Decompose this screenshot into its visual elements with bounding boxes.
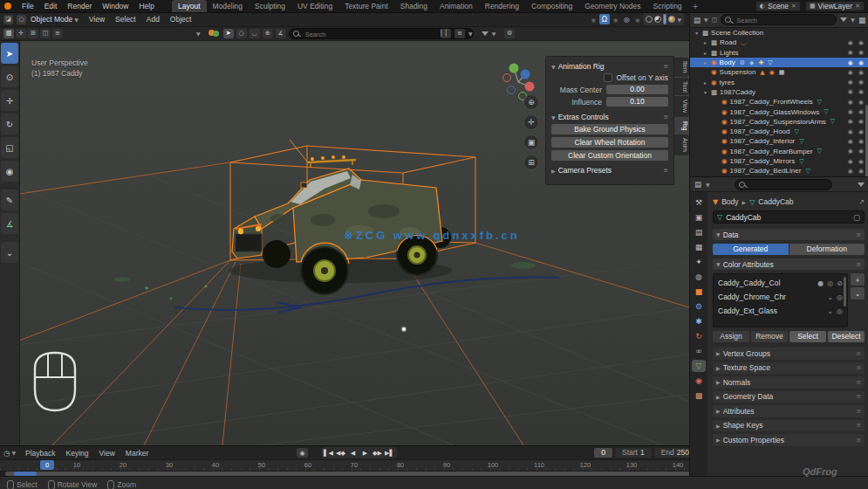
move-tool[interactable]: ✛: [1, 90, 18, 111]
tweak-tool-icon[interactable]: ➤: [223, 29, 234, 38]
split-view-icon[interactable]: ▏▏: [441, 29, 451, 38]
render-toggle-icon[interactable]: ◉: [858, 99, 864, 106]
render-toggle-icon[interactable]: ◉: [858, 108, 864, 115]
hide-toggle-icon[interactable]: ◉: [848, 49, 853, 56]
influence-input[interactable]: 0.10: [606, 97, 668, 107]
object-data-tab-icon[interactable]: ▽: [692, 360, 706, 372]
outliner-row[interactable]: ◉ 1987_Caddy_SuspensionArms ▽ ◉◉: [690, 117, 868, 127]
hide-toggle-icon[interactable]: ◉: [848, 99, 853, 106]
chevron-down-icon[interactable]: ▼: [196, 31, 201, 37]
object-tab-icon[interactable]: ■: [692, 286, 706, 298]
render-toggle-icon[interactable]: ◉: [858, 128, 864, 135]
blender-logo-icon[interactable]: [4, 3, 11, 10]
measure-tool-icon[interactable]: ∡: [276, 29, 286, 38]
assign-button[interactable]: Assign: [713, 331, 749, 342]
display-mode-icon[interactable]: ◫: [712, 17, 718, 24]
hide-toggle-icon[interactable]: ◉: [848, 88, 853, 95]
hide-toggle-icon[interactable]: ◉: [848, 108, 853, 115]
solid-shading-icon[interactable]: [654, 16, 661, 23]
menu-playback[interactable]: Playback: [21, 449, 60, 458]
panel-grip-icon[interactable]: ≡: [663, 167, 668, 174]
timeline-ruler[interactable]: 0 10 20 30 40 50 60 70 80 90 100 110 120…: [0, 459, 748, 471]
outliner-row[interactable]: ▾ ▩ 1987Caddy ◉◉: [690, 87, 868, 97]
specials-menu-button[interactable]: ⌄: [851, 287, 865, 300]
prev-keyframe-button[interactable]: ◀◆: [335, 448, 346, 458]
offset-checkbox[interactable]: [604, 73, 612, 82]
select-button[interactable]: Select: [789, 331, 826, 342]
tab-shading[interactable]: Shading: [394, 0, 434, 12]
axis-z-neg-icon[interactable]: [508, 86, 516, 94]
panel-grip-icon[interactable]: ≡: [663, 63, 668, 70]
remove-button[interactable]: Remove: [751, 331, 788, 342]
render-toggle-icon[interactable]: ◉: [858, 138, 864, 145]
section-custom-properties[interactable]: ▶ Custom Properties ≡: [713, 434, 865, 446]
panel-grip-icon[interactable]: ≡: [663, 114, 668, 121]
render-toggle-icon[interactable]: ◉: [858, 168, 864, 175]
breadcrumb-object[interactable]: Body: [721, 197, 738, 206]
tab-item[interactable]: Item: [674, 58, 689, 77]
menu-marker[interactable]: Marker: [121, 449, 153, 458]
bake-physics-button[interactable]: Bake Ground Physics: [551, 124, 668, 134]
menu-file[interactable]: File: [17, 2, 39, 10]
render-toggle-icon[interactable]: ◉: [858, 49, 864, 56]
list-view-icon[interactable]: ≡: [455, 29, 465, 38]
tab-layout[interactable]: Layout: [172, 0, 207, 12]
transform-tool[interactable]: ◉: [1, 161, 18, 182]
shading-dropdown-icon[interactable]: ▼: [677, 17, 681, 23]
hide-toggle-icon[interactable]: ◉: [848, 158, 853, 165]
scale-tool[interactable]: ◱: [1, 137, 18, 158]
tab-compositing[interactable]: Compositing: [525, 0, 578, 12]
select-lasso-icon[interactable]: ◡: [249, 29, 260, 38]
outliner-row[interactable]: ◉ 1987_Caddy_BedLiner ▽ ◉◉: [690, 166, 868, 176]
unlink-scene-icon[interactable]: ✕: [791, 3, 796, 10]
menu-view[interactable]: View: [95, 449, 120, 458]
render-toggle-icon[interactable]: ◉: [858, 69, 864, 76]
list-item[interactable]: Caddy_Ext_Glass ⌄◎: [714, 304, 847, 318]
hide-toggle-icon[interactable]: ◉: [848, 59, 853, 66]
gizmo-toggle-icon[interactable]: ✛: [16, 29, 26, 38]
breadcrumb-data[interactable]: CaddyCab: [758, 197, 793, 206]
play-reverse-button[interactable]: ◀: [347, 448, 359, 458]
render-tab-icon[interactable]: ▣: [692, 211, 706, 224]
generated-toggle[interactable]: Generated: [713, 244, 789, 255]
menu-help[interactable]: Help: [133, 2, 159, 10]
snap-magnet-icon[interactable]: Ω: [599, 14, 610, 24]
outliner-row[interactable]: ▸ ◉ tyres ◉◉: [690, 77, 868, 86]
outliner-row[interactable]: ◉ Suspension ▲ ◉ ▦ ◉◉: [690, 67, 868, 77]
outliner-row[interactable]: ◉ 1987_Caddy_Interior ▽ ◉◉: [690, 136, 868, 146]
scene-selector[interactable]: ◐ Scene ✕: [755, 1, 801, 11]
clear-custom-orientation-button[interactable]: Clear Custom Orientation: [551, 150, 668, 161]
render-toggle-icon[interactable]: ◉: [858, 59, 864, 66]
outliner-row[interactable]: ▸ ▩ Road ◡ ◉◉: [690, 38, 868, 47]
start-frame-field[interactable]: Start1: [615, 448, 652, 458]
render-icon[interactable]: ◎: [837, 307, 843, 315]
outliner-row[interactable]: ▸ ▩ Lights ◉◉: [690, 48, 868, 58]
clear-wheel-rotation-button[interactable]: Clear Wheel Rotation: [551, 137, 668, 148]
menu-keying[interactable]: Keying: [62, 449, 93, 458]
section-vertex-groups[interactable]: ▶ Vertex Groups ≡: [713, 348, 865, 360]
disable-icon[interactable]: ⊘: [837, 279, 843, 287]
section-geometry-data[interactable]: ▶ Geometry Data ≡: [713, 391, 865, 403]
modifiers-tab-icon[interactable]: ⚙: [692, 300, 706, 313]
axis-x-icon[interactable]: [525, 82, 535, 92]
extras-section-header[interactable]: ▼ Extras Controls ≡: [551, 113, 668, 121]
outliner-search[interactable]: [721, 14, 837, 25]
auto-keying-icon[interactable]: ◉: [297, 448, 308, 458]
camera-view-icon[interactable]: ▣: [523, 134, 539, 150]
list-item[interactable]: Caddy_Chrome_Chr ⌄◎: [714, 290, 847, 304]
deselect-button[interactable]: Deselect: [828, 331, 865, 342]
overlay-toggle-icon[interactable]: ⊞: [28, 29, 38, 38]
outliner-search-input[interactable]: [735, 15, 824, 26]
material-tab-icon[interactable]: ◉: [692, 375, 706, 387]
outliner-row-scene-collection[interactable]: ▾ ▩ Scene Collection: [690, 28, 868, 38]
zoom-icon[interactable]: ⊕: [523, 94, 539, 110]
tab-texture-paint[interactable]: Texture Paint: [338, 0, 394, 12]
render-toggle-icon[interactable]: ◉: [858, 39, 864, 46]
list-scrollbar[interactable]: [844, 277, 846, 306]
section-attributes[interactable]: ▶ Attributes ≡: [713, 405, 865, 417]
menu-render[interactable]: Render: [62, 2, 97, 10]
menu-view[interactable]: View: [84, 15, 110, 24]
add-workspace-button[interactable]: +: [688, 0, 703, 12]
hide-toggle-icon[interactable]: ◉: [848, 79, 853, 86]
playhead[interactable]: 0: [40, 460, 54, 470]
